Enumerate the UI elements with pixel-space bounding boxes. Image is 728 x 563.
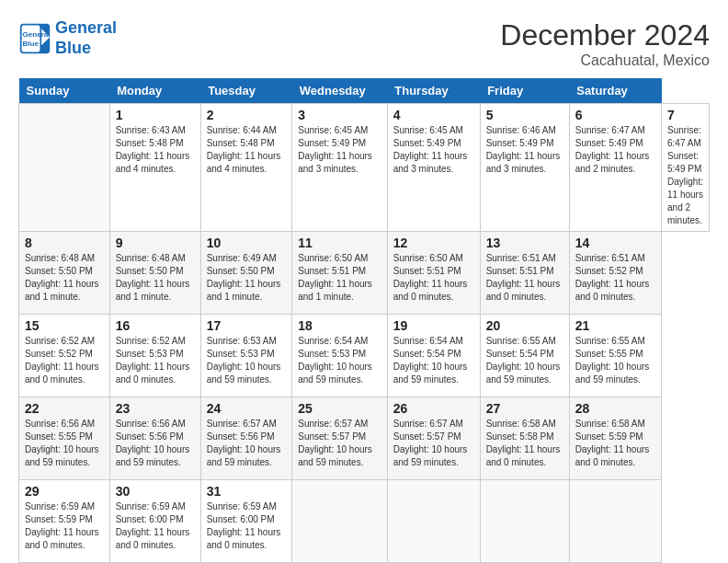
day-info: Sunrise: 6:50 AMSunset: 5:51 PMDaylight:… — [393, 252, 474, 304]
day-number: 20 — [486, 318, 563, 333]
calendar-cell: 31Sunrise: 6:59 AMSunset: 6:00 PMDayligh… — [200, 480, 292, 563]
location-title: Cacahuatal, Mexico — [500, 52, 710, 69]
day-number: 23 — [116, 401, 195, 416]
calendar-table: SundayMondayTuesdayWednesdayThursdayFrid… — [18, 78, 710, 563]
calendar-header-row: SundayMondayTuesdayWednesdayThursdayFrid… — [19, 78, 710, 104]
logo: General Blue General Blue — [18, 18, 117, 58]
day-info: Sunrise: 6:49 AMSunset: 5:50 PMDaylight:… — [207, 252, 287, 304]
calendar-week-row: 15Sunrise: 6:52 AMSunset: 5:52 PMDayligh… — [19, 315, 710, 397]
day-info: Sunrise: 6:55 AMSunset: 5:54 PMDaylight:… — [486, 335, 563, 386]
day-info: Sunrise: 6:51 AMSunset: 5:51 PMDaylight:… — [486, 252, 563, 304]
day-info: Sunrise: 6:53 AMSunset: 5:53 PMDaylight:… — [207, 335, 287, 386]
calendar-week-row: 8Sunrise: 6:48 AMSunset: 5:50 PMDaylight… — [19, 232, 710, 315]
header-day-wednesday: Wednesday — [292, 78, 388, 104]
header-day-sunday: Sunday — [19, 78, 110, 104]
day-info: Sunrise: 6:46 AMSunset: 5:49 PMDaylight:… — [486, 124, 563, 176]
day-info: Sunrise: 6:59 AMSunset: 6:00 PMDaylight:… — [207, 500, 287, 552]
calendar-cell: 8Sunrise: 6:48 AMSunset: 5:50 PMDaylight… — [19, 232, 110, 315]
calendar-cell: 14Sunrise: 6:51 AMSunset: 5:52 PMDayligh… — [569, 232, 661, 315]
calendar-cell: 6Sunrise: 6:47 AMSunset: 5:49 PMDaylight… — [569, 104, 661, 232]
day-info: Sunrise: 6:59 AMSunset: 6:00 PMDaylight:… — [116, 500, 195, 552]
calendar-cell: 30Sunrise: 6:59 AMSunset: 6:00 PMDayligh… — [109, 480, 200, 563]
calendar-cell — [480, 480, 569, 563]
calendar-cell: 24Sunrise: 6:57 AMSunset: 5:56 PMDayligh… — [200, 397, 292, 480]
day-number: 13 — [486, 236, 563, 250]
day-number: 3 — [298, 108, 381, 122]
day-info: Sunrise: 6:58 AMSunset: 5:58 PMDaylight:… — [486, 418, 563, 469]
calendar-cell: 25Sunrise: 6:57 AMSunset: 5:57 PMDayligh… — [292, 397, 388, 480]
day-number: 9 — [116, 236, 195, 250]
day-number: 12 — [393, 236, 474, 250]
day-number: 11 — [298, 236, 381, 250]
day-number: 27 — [486, 401, 563, 416]
day-info: Sunrise: 6:48 AMSunset: 5:50 PMDaylight:… — [116, 252, 195, 304]
header: General Blue General Blue December 2024 … — [18, 18, 710, 69]
logo-general: General — [55, 18, 117, 37]
day-number: 15 — [25, 318, 104, 333]
day-number: 26 — [393, 401, 474, 416]
day-number: 24 — [207, 401, 287, 416]
day-number: 1 — [116, 108, 195, 122]
calendar-cell: 26Sunrise: 6:57 AMSunset: 5:57 PMDayligh… — [387, 397, 480, 480]
day-info: Sunrise: 6:57 AMSunset: 5:57 PMDaylight:… — [393, 418, 474, 469]
calendar-cell: 11Sunrise: 6:50 AMSunset: 5:51 PMDayligh… — [292, 232, 388, 315]
calendar-cell: 20Sunrise: 6:55 AMSunset: 5:54 PMDayligh… — [480, 315, 569, 397]
day-info: Sunrise: 6:56 AMSunset: 5:56 PMDaylight:… — [116, 418, 195, 469]
day-info: Sunrise: 6:44 AMSunset: 5:48 PMDaylight:… — [207, 124, 287, 176]
calendar-cell: 19Sunrise: 6:54 AMSunset: 5:54 PMDayligh… — [387, 315, 480, 397]
calendar-cell: 21Sunrise: 6:55 AMSunset: 5:55 PMDayligh… — [569, 315, 661, 397]
day-number: 17 — [207, 318, 287, 333]
calendar-cell: 1Sunrise: 6:43 AMSunset: 5:48 PMDaylight… — [109, 104, 200, 232]
day-info: Sunrise: 6:56 AMSunset: 5:55 PMDaylight:… — [25, 418, 104, 469]
svg-text:Blue: Blue — [23, 40, 40, 48]
calendar-week-row: 22Sunrise: 6:56 AMSunset: 5:55 PMDayligh… — [19, 397, 710, 480]
calendar-cell: 13Sunrise: 6:51 AMSunset: 5:51 PMDayligh… — [480, 232, 569, 315]
day-number: 31 — [207, 484, 287, 499]
day-info: Sunrise: 6:59 AMSunset: 5:59 PMDaylight:… — [25, 500, 104, 552]
day-number: 7 — [667, 108, 703, 122]
day-info: Sunrise: 6:45 AMSunset: 5:49 PMDaylight:… — [298, 124, 381, 176]
day-number: 16 — [116, 318, 195, 333]
header-day-friday: Friday — [480, 78, 569, 104]
calendar-cell: 10Sunrise: 6:49 AMSunset: 5:50 PMDayligh… — [200, 232, 292, 315]
header-day-saturday: Saturday — [569, 78, 661, 104]
logo-blue: Blue — [55, 39, 91, 57]
day-info: Sunrise: 6:48 AMSunset: 5:50 PMDaylight:… — [25, 252, 104, 304]
calendar-cell: 17Sunrise: 6:53 AMSunset: 5:53 PMDayligh… — [200, 315, 292, 397]
day-info: Sunrise: 6:45 AMSunset: 5:49 PMDaylight:… — [393, 124, 474, 176]
day-info: Sunrise: 6:47 AMSunset: 5:49 PMDaylight:… — [575, 124, 655, 176]
calendar-cell: 5Sunrise: 6:46 AMSunset: 5:49 PMDaylight… — [480, 104, 569, 232]
header-day-thursday: Thursday — [387, 78, 480, 104]
svg-text:General: General — [23, 30, 51, 39]
calendar-cell: 18Sunrise: 6:54 AMSunset: 5:53 PMDayligh… — [292, 315, 388, 397]
day-number: 19 — [393, 318, 474, 333]
day-info: Sunrise: 6:50 AMSunset: 5:51 PMDaylight:… — [298, 252, 381, 304]
day-number: 30 — [116, 484, 195, 499]
title-area: December 2024 Cacahuatal, Mexico — [500, 18, 710, 69]
day-number: 21 — [575, 318, 655, 333]
calendar-cell: 27Sunrise: 6:58 AMSunset: 5:58 PMDayligh… — [480, 397, 569, 480]
calendar-cell — [387, 480, 480, 563]
calendar-week-row: 1Sunrise: 6:43 AMSunset: 5:48 PMDaylight… — [19, 104, 710, 232]
day-info: Sunrise: 6:52 AMSunset: 5:52 PMDaylight:… — [25, 335, 104, 386]
day-number: 28 — [575, 401, 655, 416]
day-number: 5 — [486, 108, 563, 122]
day-info: Sunrise: 6:51 AMSunset: 5:52 PMDaylight:… — [575, 252, 655, 304]
calendar-cell: 12Sunrise: 6:50 AMSunset: 5:51 PMDayligh… — [387, 232, 480, 315]
day-number: 18 — [298, 318, 381, 333]
calendar-cell: 29Sunrise: 6:59 AMSunset: 5:59 PMDayligh… — [19, 480, 110, 563]
day-info: Sunrise: 6:52 AMSunset: 5:53 PMDaylight:… — [116, 335, 195, 386]
day-info: Sunrise: 6:55 AMSunset: 5:55 PMDaylight:… — [575, 335, 655, 386]
day-number: 8 — [25, 236, 104, 250]
calendar-cell: 9Sunrise: 6:48 AMSunset: 5:50 PMDaylight… — [109, 232, 200, 315]
calendar-cell — [292, 480, 388, 563]
month-year-title: December 2024 — [500, 18, 710, 52]
calendar-cell: 3Sunrise: 6:45 AMSunset: 5:49 PMDaylight… — [292, 104, 388, 232]
header-day-monday: Monday — [109, 78, 200, 104]
calendar-cell — [569, 480, 661, 563]
day-number: 10 — [207, 236, 287, 250]
calendar-week-row: 29Sunrise: 6:59 AMSunset: 5:59 PMDayligh… — [19, 480, 710, 563]
day-number: 25 — [298, 401, 381, 416]
day-info: Sunrise: 6:54 AMSunset: 5:53 PMDaylight:… — [298, 335, 381, 386]
day-info: Sunrise: 6:58 AMSunset: 5:59 PMDaylight:… — [575, 418, 655, 469]
